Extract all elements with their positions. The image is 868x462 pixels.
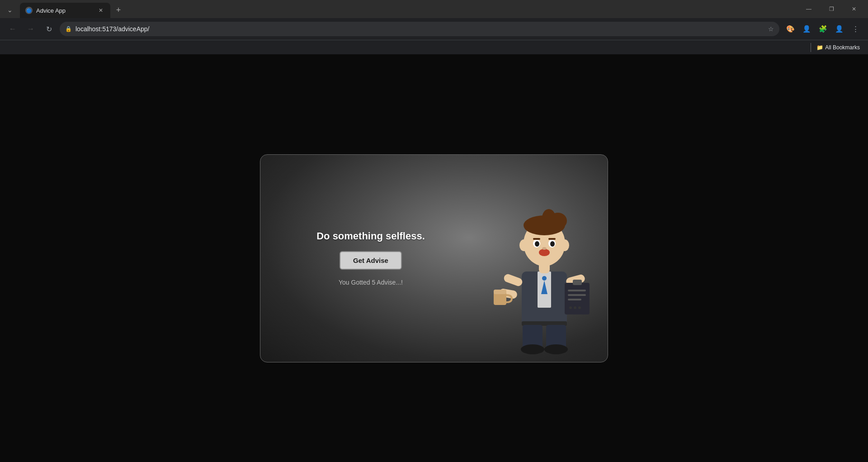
svg-point-7 [544,344,568,354]
svg-point-35 [539,249,550,256]
browser-chrome: ⌄ 🔵 Advice App ✕ + — ❐ ✕ ← → ↻ 🔒 localho… [0,0,868,54]
tab-bar: ⌄ 🔵 Advice App ✕ + — ❐ ✕ [0,0,868,18]
folder-icon: 📁 [816,44,823,51]
svg-point-19 [569,306,572,309]
svg-rect-33 [533,238,540,240]
svg-point-21 [578,306,581,309]
reload-button[interactable]: ↻ [42,22,56,36]
svg-point-36 [542,247,547,250]
maximize-button[interactable]: ❐ [821,2,842,16]
bookmarks-bar: 📁 All Bookmarks [0,40,868,54]
close-window-button[interactable]: ✕ [844,2,864,16]
get-advice-button[interactable]: Get Advise [340,251,402,270]
tab-close-button[interactable]: ✕ [97,6,105,14]
svg-point-31 [535,241,539,247]
svg-rect-34 [548,238,556,240]
extensions-button[interactable]: 🧩 [816,22,830,36]
bookmarks-divider [811,43,811,52]
minimize-button[interactable]: — [798,2,819,16]
tab-left-controls: ⌄ [4,4,16,18]
advice-card: Do something selfless. Get Advise You Go… [260,154,608,362]
svg-point-6 [521,344,544,354]
svg-rect-17 [568,294,586,296]
profile-color-button[interactable]: 🎨 [783,22,797,36]
menu-button[interactable]: ⋮ [848,22,863,36]
all-bookmarks-item[interactable]: 📁 All Bookmarks [814,43,863,52]
tab-favicon: 🔵 [25,7,33,14]
address-bar[interactable]: 🔒 localhost:5173/adviceApp/ ☆ [60,22,779,36]
profile-avatar-button[interactable]: 👤 [799,22,814,36]
character-illustration-area [481,155,608,362]
character-svg [490,167,599,362]
svg-point-20 [574,306,576,309]
address-bar-row: ← → ↻ 🔒 localhost:5173/adviceApp/ ☆ 🎨 👤 … [0,18,868,40]
svg-point-25 [560,239,569,251]
svg-rect-11 [494,290,506,294]
svg-rect-8 [503,273,524,287]
lock-icon: 🔒 [65,26,72,32]
all-bookmarks-label: All Bookmarks [825,44,860,51]
user-profile-button[interactable]: 👤 [832,22,846,36]
svg-point-37 [542,276,547,281]
svg-rect-15 [573,280,582,285]
active-tab[interactable]: 🔵 Advice App ✕ [20,3,110,18]
new-tab-button[interactable]: + [112,4,125,16]
advice-text: Do something selfless. [316,230,425,242]
advice-count-text: You Gotted 5 Advise...! [339,279,403,286]
window-controls: — ❐ ✕ [798,2,864,18]
url-text: localhost:5173/adviceApp/ [75,25,764,33]
page-content: Do something selfless. Get Advise You Go… [0,54,868,462]
advice-left-panel: Do something selfless. Get Advise You Go… [260,212,481,304]
svg-point-32 [550,241,555,247]
svg-point-28 [542,209,556,227]
svg-rect-16 [568,290,586,291]
svg-point-24 [519,239,528,251]
browser-actions: 🎨 👤 🧩 👤 ⋮ [783,22,863,36]
tab-title: Advice App [36,7,93,14]
bookmark-star-icon[interactable]: ☆ [768,25,774,33]
forward-button[interactable]: → [24,22,38,36]
back-button[interactable]: ← [5,22,20,36]
svg-rect-18 [568,299,581,300]
tab-list-button[interactable]: ⌄ [4,4,16,16]
